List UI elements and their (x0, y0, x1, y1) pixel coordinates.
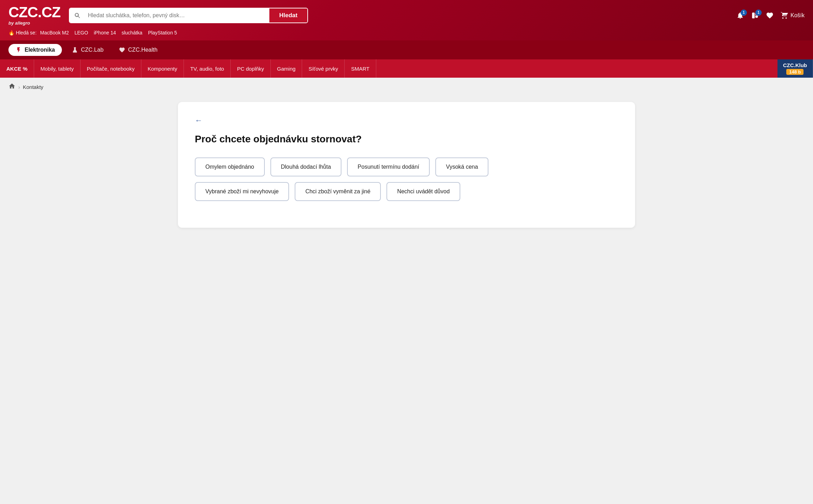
category-nav: AKCE % Mobily, tablety Počítače, noteboo… (0, 59, 813, 78)
option-neduvod[interactable]: Nechci uvádět důvod (386, 182, 460, 201)
cat-item-pocitace[interactable]: Počítače, notebooky (81, 59, 141, 78)
trending-item-playstation[interactable]: PlayStation 5 (148, 30, 177, 35)
breadcrumb-home[interactable] (8, 83, 15, 91)
cancel-title: Proč chcete objednávku stornovat? (195, 134, 618, 145)
trending-item-macbook[interactable]: MacBook M2 (40, 30, 69, 35)
czc-lab-link[interactable]: CZC.Lab (66, 44, 109, 56)
cat-item-sitove[interactable]: Síťové prvky (302, 59, 345, 78)
logo-czc: CZC.CZ (8, 5, 60, 20)
search-icon-wrap (70, 8, 85, 22)
klub-label: CZC.Klub (783, 62, 807, 68)
option-nevyhovuje[interactable]: Vybrané zboží mi nevyhovuje (195, 182, 289, 201)
cancel-card: ← Proč chcete objednávku stornovat? Omyl… (178, 102, 635, 228)
breadcrumb-current: Kontakty (23, 84, 43, 90)
cat-item-smart[interactable]: SMART (345, 59, 376, 78)
trending-item-sluchatka[interactable]: sluchátka (122, 30, 142, 35)
trending-bar: 🔥 Hledá se: MacBook M2 LEGO iPhone 14 sl… (8, 28, 805, 35)
cat-item-akce[interactable]: AKCE % (0, 59, 34, 78)
site-header: CZC.CZ by allegro Hledat 1 (0, 0, 813, 40)
breadcrumb: › Kontakty (0, 78, 813, 96)
sub-nav: Elektronika CZC.Lab CZC.Health (0, 40, 813, 59)
notifications-badge: 1 (741, 9, 747, 16)
czc-health-link[interactable]: CZC.Health (113, 44, 163, 56)
cat-item-klub[interactable]: CZC.Klub 148 b (777, 59, 813, 78)
compare-button[interactable]: 1 (751, 12, 759, 19)
compare-badge: 1 (755, 9, 762, 16)
option-omylem[interactable]: Omylem objednáno (195, 157, 265, 176)
heart-icon (766, 12, 774, 19)
cat-item-gaming[interactable]: Gaming (271, 59, 302, 78)
option-vymenit[interactable]: Chci zboží vyměnit za jiné (295, 182, 381, 201)
option-vysoka-cena[interactable]: Vysoká cena (435, 157, 488, 176)
search-icon (74, 12, 81, 19)
logo-block[interactable]: CZC.CZ by allegro (8, 5, 60, 26)
cart-button[interactable]: Košík (781, 12, 805, 19)
trending-item-iphone[interactable]: iPhone 14 (94, 30, 116, 35)
breadcrumb-separator: › (18, 84, 20, 90)
lightning-icon (15, 47, 22, 53)
cat-item-mobily[interactable]: Mobily, tablety (34, 59, 81, 78)
logo-allegro: by allegro (8, 20, 30, 26)
trending-item-lego[interactable]: LEGO (75, 30, 88, 35)
option-posunuti-terminu[interactable]: Posunutí termínu dodání (347, 157, 430, 176)
cat-item-tv-audio[interactable]: TV, audio, foto (184, 59, 231, 78)
search-bar: Hledat (69, 8, 308, 23)
cart-icon (781, 12, 788, 19)
lab-icon (72, 47, 78, 53)
wishlist-button[interactable] (766, 12, 774, 19)
cat-item-komponenty[interactable]: Komponenty (141, 59, 184, 78)
back-arrow[interactable]: ← (195, 116, 203, 125)
options-row-2: Vybrané zboží mi nevyhovuje Chci zboží v… (195, 182, 618, 201)
header-icons: 1 1 Košík (736, 12, 805, 19)
trending-label: 🔥 Hledá se: (8, 30, 37, 35)
notifications-button[interactable]: 1 (736, 12, 744, 19)
options-row-1: Omylem objednáno Dlouhá dodací lhůta Pos… (195, 157, 618, 176)
cart-label: Košík (790, 12, 805, 19)
main-content: ← Proč chcete objednávku stornovat? Omyl… (0, 96, 813, 242)
elektronika-button[interactable]: Elektronika (8, 44, 62, 56)
option-dlouha-lhuta[interactable]: Dlouhá dodací lhůta (270, 157, 341, 176)
klub-points: 148 b (786, 69, 804, 75)
trending-items: MacBook M2 LEGO iPhone 14 sluchátka Play… (40, 30, 177, 35)
search-input[interactable] (85, 8, 269, 22)
cat-item-pc-doplnky[interactable]: PC doplňky (231, 59, 271, 78)
home-icon (8, 83, 15, 90)
search-button[interactable]: Hledat (269, 8, 307, 22)
health-icon (119, 47, 125, 53)
